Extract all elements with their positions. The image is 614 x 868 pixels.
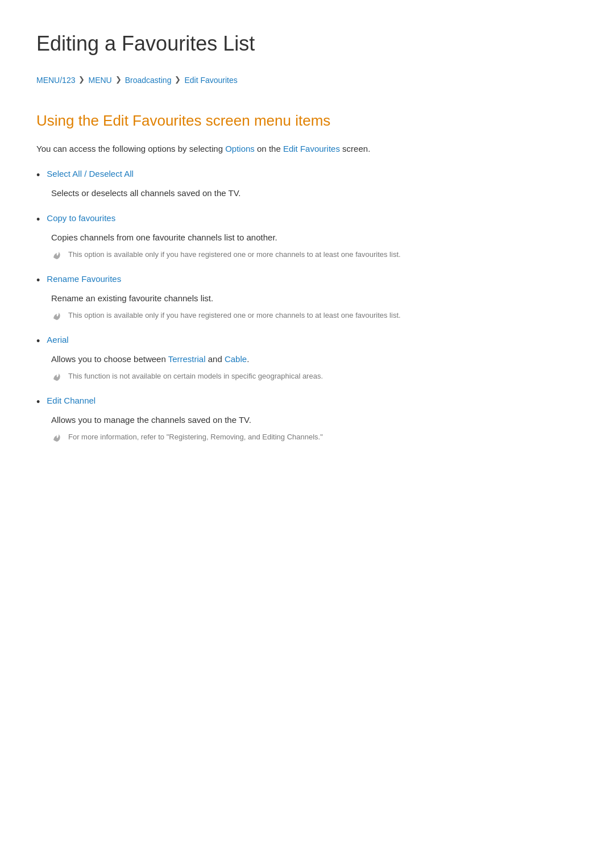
bullet-rename: • — [36, 273, 40, 288]
svg-rect-3 — [56, 439, 57, 441]
item-title-copy: Copy to favourites — [47, 211, 115, 225]
intro-middle: on the — [255, 144, 283, 153]
breadcrumb-sep-3: ❯ — [175, 74, 181, 86]
item-title-select-all: Select All / Deselect All — [47, 167, 134, 181]
aerial-desc-suffix: . — [247, 354, 249, 364]
breadcrumb-menu[interactable]: MENU — [88, 74, 111, 86]
section-title: Using the Edit Favourites screen menu it… — [36, 109, 578, 133]
terrestrial-link[interactable]: Terrestrial — [168, 354, 206, 364]
item-title-edit-channel: Edit Channel — [47, 394, 96, 408]
note-text-copy: This option is available only if you hav… — [68, 249, 401, 260]
item-desc-select-all: Selects or deselects all channels saved … — [51, 186, 578, 200]
item-title-aerial: Aerial — [47, 333, 68, 347]
svg-rect-2 — [56, 379, 57, 380]
note-icon-copy — [51, 250, 63, 261]
list-item-aerial: • Aerial Allows you to choose between Te… — [36, 333, 578, 383]
bullet-aerial: • — [36, 334, 40, 349]
intro-prefix: You can access the following options by … — [36, 144, 225, 153]
item-desc-edit-channel: Allows you to manage the channels saved … — [51, 413, 578, 427]
breadcrumb: MENU/123 ❯ MENU ❯ Broadcasting ❯ Edit Fa… — [36, 74, 578, 86]
note-rename: This option is available only if you hav… — [51, 310, 578, 322]
breadcrumb-sep-2: ❯ — [115, 74, 122, 86]
bullet-select-all: • — [36, 168, 40, 183]
note-icon-rename — [51, 310, 63, 322]
breadcrumb-menu123[interactable]: MENU/123 — [36, 74, 75, 86]
item-desc-rename: Rename an existing favourite channels li… — [51, 292, 578, 305]
aerial-desc-middle: and — [206, 354, 225, 364]
cable-link[interactable]: Cable — [225, 354, 247, 364]
aerial-desc-prefix: Allows you to choose between — [51, 354, 168, 364]
note-text-rename: This option is available only if you hav… — [68, 310, 401, 321]
breadcrumb-broadcasting[interactable]: Broadcasting — [125, 74, 172, 86]
note-copy: This option is available only if you hav… — [51, 249, 578, 261]
item-desc-copy: Copies channels from one favourite chann… — [51, 231, 578, 244]
note-edit-channel: For more information, refer to "Register… — [51, 431, 578, 443]
list-item-edit-channel: • Edit Channel Allows you to manage the … — [36, 394, 578, 443]
svg-rect-1 — [56, 318, 57, 319]
list-item-select-all: • Select All / Deselect All Selects or d… — [36, 167, 578, 200]
note-text-aerial: This function is not available on certai… — [68, 371, 323, 382]
intro-screen-link[interactable]: Edit Favourites — [283, 144, 340, 153]
svg-rect-0 — [56, 257, 57, 258]
features-list: • Select All / Deselect All Selects or d… — [36, 167, 578, 443]
intro-suffix: screen. — [340, 144, 370, 153]
item-title-rename: Rename Favourites — [47, 272, 121, 286]
note-text-edit-channel: For more information, refer to "Register… — [68, 431, 323, 443]
note-aerial: This function is not available on certai… — [51, 371, 578, 383]
item-desc-aerial: Allows you to choose between Terrestrial… — [51, 352, 578, 366]
bullet-edit-channel: • — [36, 394, 40, 410]
breadcrumb-edit-favourites[interactable]: Edit Favourites — [184, 74, 237, 86]
note-icon-aerial — [51, 371, 63, 383]
intro-options-link[interactable]: Options — [225, 144, 255, 153]
list-item-copy: • Copy to favourites Copies channels fro… — [36, 211, 578, 261]
note-icon-edit-channel — [51, 432, 63, 443]
intro-text: You can access the following options by … — [36, 142, 578, 156]
bullet-copy: • — [36, 212, 40, 227]
breadcrumb-sep-1: ❯ — [78, 74, 85, 86]
page-title: Editing a Favourites List — [36, 27, 578, 60]
list-item-rename: • Rename Favourites Rename an existing f… — [36, 272, 578, 322]
